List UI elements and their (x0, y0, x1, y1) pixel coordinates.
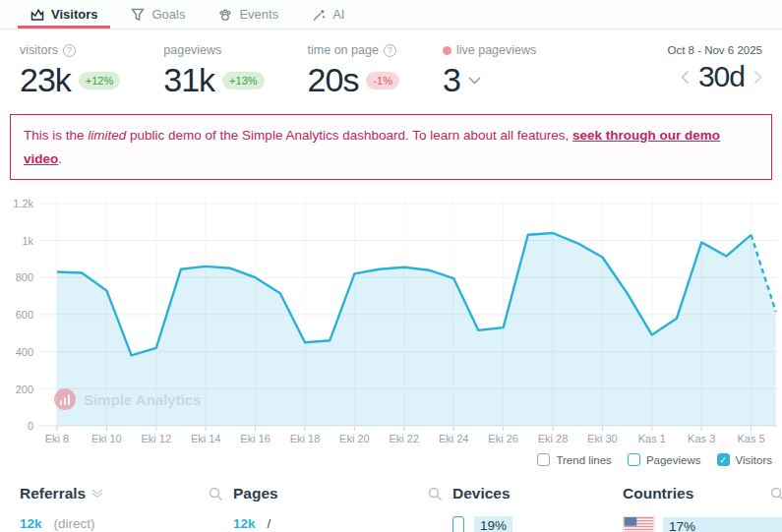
x-tick-label: Eki 10 (91, 433, 122, 444)
search-icon[interactable] (428, 487, 443, 502)
search-icon[interactable] (209, 487, 223, 502)
stat-visitors: visitors ? 23k +12% (20, 42, 120, 99)
legend-label: Visitors (736, 454, 773, 466)
tab-events[interactable]: Events (202, 0, 295, 29)
live-dot-icon (443, 46, 451, 55)
y-tick-label: 1.2k (2, 198, 33, 209)
pageviews-change-badge: +13% (222, 72, 264, 89)
referrals-dropdown-icon[interactable] (91, 489, 103, 499)
chart-plot-area[interactable] (39, 194, 777, 432)
banner-text: . (58, 151, 62, 166)
y-tick-label: 400 (2, 346, 33, 358)
country-percentage: 17% (663, 517, 782, 532)
y-tick-label: 0 (2, 420, 33, 432)
device-row[interactable]: 19% (452, 516, 613, 532)
devices-title: Devices (452, 485, 511, 502)
period-label[interactable]: 30d (698, 60, 745, 93)
legend-label: Pageviews (646, 454, 701, 466)
funnel-icon (131, 8, 145, 22)
x-tick-label: Eki 16 (240, 433, 271, 444)
y-tick-label: 1k (2, 235, 33, 247)
visitors-change-badge: +12% (79, 72, 120, 89)
pageviews-checkbox[interactable] (628, 453, 640, 466)
x-tick-label: Kas 5 (738, 433, 765, 444)
banner-text: public demo of the Simple Analytics dash… (126, 128, 572, 143)
page-path: / (268, 516, 271, 531)
x-tick-label: Kas 1 (638, 433, 666, 444)
referral-count: 12k (20, 516, 42, 531)
info-icon[interactable]: ? (384, 44, 396, 57)
tab-visitors[interactable]: Visitors (14, 0, 114, 29)
pages-column: Pages 12k / (233, 484, 443, 532)
tab-goals[interactable]: Goals (114, 0, 202, 29)
x-tick-label: Kas 3 (688, 433, 715, 444)
prev-period-button[interactable] (681, 70, 690, 85)
legend-visitors[interactable]: ✓ Visitors (717, 453, 773, 466)
us-flag-icon (623, 516, 655, 532)
x-tick-label: Eki 20 (339, 433, 370, 444)
stat-time-on-page: time on page ? 20s -1% (308, 42, 399, 99)
referral-label: (direct) (54, 516, 95, 531)
pages-title: Pages (233, 485, 278, 502)
visitors-value: 23k (20, 61, 71, 99)
referrals-column: Referrals 12k (direct) (20, 484, 223, 532)
banner-text: This is the (24, 128, 88, 143)
trend-lines-checkbox[interactable] (537, 453, 550, 466)
chart-icon (30, 8, 44, 22)
stats-row: visitors ? 23k +12% pageviews 31k +13% t… (0, 30, 782, 99)
x-tick-label: Eki 24 (439, 433, 469, 444)
x-tick-label: Eki 28 (538, 433, 569, 444)
tab-label: Visitors (51, 7, 97, 22)
banner-em: limited (88, 128, 126, 143)
stat-pageviews: pageviews 31k +13% (163, 42, 264, 99)
paw-icon (218, 8, 232, 22)
next-period-button[interactable] (753, 70, 762, 85)
device-percentage: 19% (474, 516, 512, 532)
date-range-block: Oct 8 - Nov 6 2025 30d (667, 42, 762, 93)
x-tick-label: Eki 14 (191, 433, 221, 444)
date-range-label: Oct 8 - Nov 6 2025 (667, 44, 762, 56)
legend-pageviews[interactable]: Pageviews (628, 453, 701, 466)
tab-label: Goals (151, 7, 185, 22)
x-tick-label: Eki 18 (290, 433, 321, 444)
referral-row[interactable]: 12k (direct) (20, 516, 223, 531)
stat-label: live pageviews (456, 43, 536, 57)
x-tick-label: Eki 12 (142, 433, 172, 444)
countries-column: Countries 17% (623, 484, 782, 532)
countries-title: Countries (623, 485, 693, 502)
x-axis-labels: Eki 8Eki 10Eki 12Eki 14Eki 16Eki 18Eki 2… (39, 432, 777, 447)
pageviews-value: 31k (163, 61, 214, 99)
legend-trend-lines[interactable]: Trend lines (537, 453, 611, 466)
y-tick-label: 600 (2, 309, 33, 321)
visitors-chart: 02004006008001k1.2k Eki 8Eki 10Eki 12Eki… (39, 194, 777, 447)
tab-label: AI (332, 7, 344, 22)
stat-live-pageviews: live pageviews 3 (443, 42, 536, 99)
time-change-badge: -1% (366, 72, 399, 89)
stat-label: visitors (20, 43, 58, 57)
stat-label: time on page (308, 43, 379, 57)
tab-label: Events (239, 7, 278, 22)
page-count: 12k (233, 516, 256, 531)
x-tick-label: Eki 8 (45, 433, 69, 444)
breakdown-section: Referrals 12k (direct) Pages 12k / Devic… (0, 466, 782, 532)
wand-icon (312, 8, 326, 22)
y-tick-label: 200 (2, 384, 33, 395)
stat-label: pageviews (163, 43, 221, 57)
search-icon[interactable] (770, 487, 782, 502)
x-tick-label: Eki 22 (390, 433, 420, 444)
referrals-title: Referrals (20, 485, 86, 502)
top-tab-bar: Visitors Goals Events AI (0, 0, 782, 30)
page-row[interactable]: 12k / (233, 516, 443, 531)
info-icon[interactable]: ? (63, 44, 76, 57)
time-on-page-value: 20s (308, 61, 359, 99)
chevron-down-icon[interactable] (468, 77, 481, 85)
country-row[interactable]: 17% (623, 516, 782, 532)
visitors-area-fill (57, 233, 776, 426)
x-tick-label: Eki 26 (488, 433, 518, 444)
x-tick-label: Eki 30 (587, 433, 618, 444)
chart-legend: Trend lines Pageviews ✓ Visitors (0, 453, 772, 466)
live-pageviews-value: 3 (443, 61, 460, 99)
visitors-checkbox[interactable]: ✓ (717, 453, 730, 466)
tab-ai[interactable]: AI (295, 0, 361, 29)
devices-column: Devices 19% (452, 484, 613, 532)
